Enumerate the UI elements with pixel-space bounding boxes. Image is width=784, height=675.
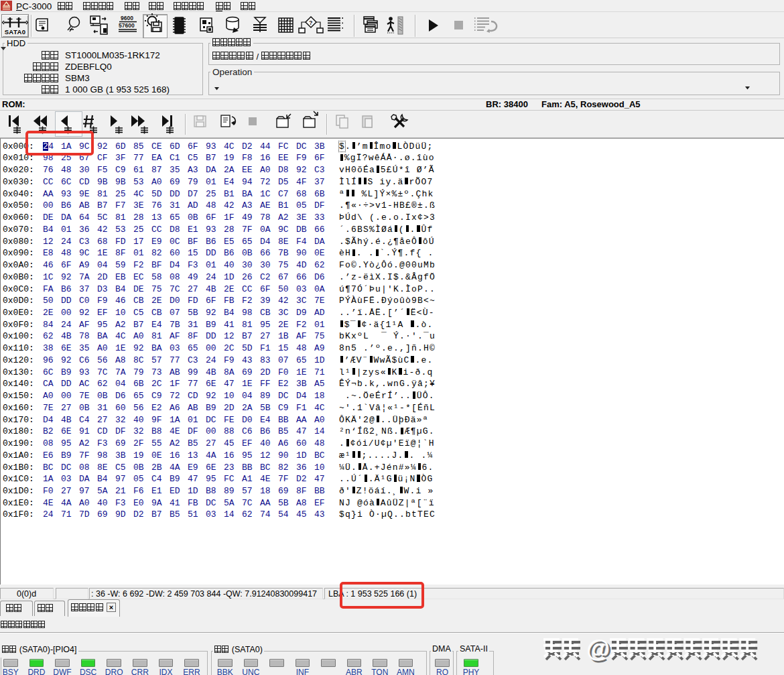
svg-text:@: @: [586, 635, 610, 662]
